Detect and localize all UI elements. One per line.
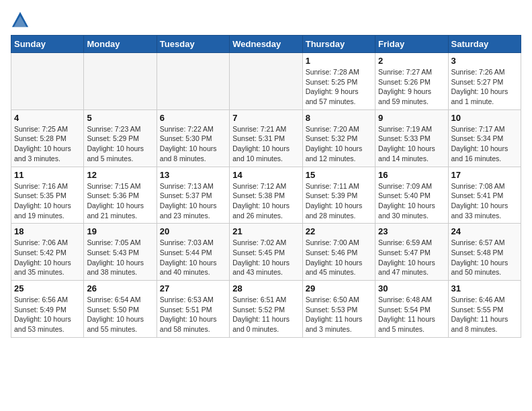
day-info: Sunrise: 7:20 AMSunset: 5:32 PMDaylight:…	[306, 124, 372, 164]
day-number: 5	[87, 113, 153, 123]
day-info: Sunrise: 7:27 AMSunset: 5:26 PMDaylight:…	[378, 67, 445, 107]
calendar-cell: 25Sunrise: 6:56 AMSunset: 5:49 PMDayligh…	[11, 281, 84, 338]
calendar-cell: 7Sunrise: 7:21 AMSunset: 5:31 PMDaylight…	[230, 109, 302, 167]
day-info: Sunrise: 7:06 AMSunset: 5:42 PMDaylight:…	[14, 238, 81, 277]
day-number: 1	[306, 56, 372, 66]
day-number: 28	[232, 283, 299, 293]
day-number: 22	[306, 226, 372, 236]
calendar-cell: 1Sunrise: 7:28 AMSunset: 5:25 PMDaylight…	[302, 53, 375, 110]
calendar-cell: 10Sunrise: 7:17 AMSunset: 5:34 PMDayligh…	[448, 109, 521, 167]
day-info: Sunrise: 7:21 AMSunset: 5:31 PMDaylight:…	[232, 124, 299, 164]
day-number: 16	[378, 170, 445, 180]
day-info: Sunrise: 7:11 AMSunset: 5:39 PMDaylight:…	[306, 181, 372, 221]
day-info: Sunrise: 7:05 AMSunset: 5:43 PMDaylight:…	[87, 238, 153, 277]
day-number: 3	[451, 56, 518, 66]
day-info: Sunrise: 6:57 AMSunset: 5:48 PMDaylight:…	[451, 238, 518, 277]
day-info: Sunrise: 7:15 AMSunset: 5:36 PMDaylight:…	[87, 181, 153, 221]
day-number: 9	[378, 113, 445, 123]
day-number: 23	[378, 226, 445, 236]
column-header-sunday: Sunday	[11, 36, 84, 53]
day-number: 25	[14, 283, 81, 293]
calendar-cell: 22Sunrise: 7:00 AMSunset: 5:46 PMDayligh…	[302, 224, 375, 281]
calendar-cell: 13Sunrise: 7:13 AMSunset: 5:37 PMDayligh…	[157, 167, 229, 224]
day-info: Sunrise: 6:59 AMSunset: 5:47 PMDaylight:…	[378, 238, 445, 277]
calendar-cell: 4Sunrise: 7:25 AMSunset: 5:28 PMDaylight…	[11, 109, 84, 167]
day-number: 13	[160, 170, 226, 180]
day-info: Sunrise: 7:08 AMSunset: 5:41 PMDaylight:…	[451, 181, 518, 221]
day-info: Sunrise: 7:00 AMSunset: 5:46 PMDaylight:…	[306, 238, 372, 277]
week-row: 25Sunrise: 6:56 AMSunset: 5:49 PMDayligh…	[11, 281, 521, 338]
day-info: Sunrise: 7:19 AMSunset: 5:33 PMDaylight:…	[378, 124, 445, 164]
day-info: Sunrise: 6:50 AMSunset: 5:53 PMDaylight:…	[306, 295, 372, 334]
day-info: Sunrise: 7:13 AMSunset: 5:37 PMDaylight:…	[160, 181, 226, 221]
day-info: Sunrise: 7:23 AMSunset: 5:29 PMDaylight:…	[87, 124, 153, 164]
day-number: 4	[14, 113, 81, 123]
day-info: Sunrise: 7:28 AMSunset: 5:25 PMDaylight:…	[306, 67, 372, 107]
calendar-cell: 21Sunrise: 7:02 AMSunset: 5:45 PMDayligh…	[230, 224, 302, 281]
day-info: Sunrise: 6:54 AMSunset: 5:50 PMDaylight:…	[87, 295, 153, 334]
calendar-cell: 27Sunrise: 6:53 AMSunset: 5:51 PMDayligh…	[157, 281, 229, 338]
calendar-cell: 23Sunrise: 6:59 AMSunset: 5:47 PMDayligh…	[375, 224, 448, 281]
calendar-cell	[230, 53, 302, 110]
day-info: Sunrise: 7:12 AMSunset: 5:38 PMDaylight:…	[232, 181, 299, 221]
calendar-cell: 31Sunrise: 6:46 AMSunset: 5:55 PMDayligh…	[448, 281, 521, 338]
day-info: Sunrise: 7:09 AMSunset: 5:40 PMDaylight:…	[378, 181, 445, 221]
column-header-friday: Friday	[375, 36, 448, 53]
calendar-cell: 18Sunrise: 7:06 AMSunset: 5:42 PMDayligh…	[11, 224, 84, 281]
day-number: 7	[232, 113, 299, 123]
calendar-cell: 12Sunrise: 7:15 AMSunset: 5:36 PMDayligh…	[84, 167, 157, 224]
day-info: Sunrise: 6:48 AMSunset: 5:54 PMDaylight:…	[378, 295, 445, 334]
day-number: 24	[451, 226, 518, 236]
day-info: Sunrise: 6:51 AMSunset: 5:52 PMDaylight:…	[232, 295, 299, 334]
calendar-cell	[157, 53, 229, 110]
calendar-cell: 24Sunrise: 6:57 AMSunset: 5:48 PMDayligh…	[448, 224, 521, 281]
day-info: Sunrise: 7:17 AMSunset: 5:34 PMDaylight:…	[451, 124, 518, 164]
calendar-cell	[11, 53, 84, 110]
day-info: Sunrise: 6:56 AMSunset: 5:49 PMDaylight:…	[14, 295, 81, 334]
calendar-cell: 9Sunrise: 7:19 AMSunset: 5:33 PMDaylight…	[375, 109, 448, 167]
calendar-cell: 20Sunrise: 7:03 AMSunset: 5:44 PMDayligh…	[157, 224, 229, 281]
day-number: 8	[306, 113, 372, 123]
week-row: 1Sunrise: 7:28 AMSunset: 5:25 PMDaylight…	[11, 53, 521, 110]
day-number: 18	[14, 226, 81, 236]
calendar-cell: 2Sunrise: 7:27 AMSunset: 5:26 PMDaylight…	[375, 53, 448, 110]
day-number: 12	[87, 170, 153, 180]
calendar-cell: 17Sunrise: 7:08 AMSunset: 5:41 PMDayligh…	[448, 167, 521, 224]
logo	[11, 11, 32, 30]
calendar-cell: 14Sunrise: 7:12 AMSunset: 5:38 PMDayligh…	[230, 167, 302, 224]
day-number: 29	[306, 283, 372, 293]
calendar-cell	[84, 53, 157, 110]
day-number: 10	[451, 113, 518, 123]
header	[11, 11, 521, 30]
week-row: 11Sunrise: 7:16 AMSunset: 5:35 PMDayligh…	[11, 167, 521, 224]
day-info: Sunrise: 7:25 AMSunset: 5:28 PMDaylight:…	[14, 124, 81, 164]
day-number: 14	[232, 170, 299, 180]
day-number: 20	[160, 226, 226, 236]
calendar-cell: 29Sunrise: 6:50 AMSunset: 5:53 PMDayligh…	[302, 281, 375, 338]
calendar-table: SundayMondayTuesdayWednesdayThursdayFrid…	[11, 35, 521, 338]
day-number: 19	[87, 226, 153, 236]
day-info: Sunrise: 6:46 AMSunset: 5:55 PMDaylight:…	[451, 295, 518, 334]
week-row: 18Sunrise: 7:06 AMSunset: 5:42 PMDayligh…	[11, 224, 521, 281]
calendar-cell: 6Sunrise: 7:22 AMSunset: 5:30 PMDaylight…	[157, 109, 229, 167]
calendar-cell: 8Sunrise: 7:20 AMSunset: 5:32 PMDaylight…	[302, 109, 375, 167]
day-number: 11	[14, 170, 81, 180]
day-number: 21	[232, 226, 299, 236]
logo-icon	[11, 11, 30, 30]
calendar-cell: 5Sunrise: 7:23 AMSunset: 5:29 PMDaylight…	[84, 109, 157, 167]
header-row: SundayMondayTuesdayWednesdayThursdayFrid…	[11, 36, 521, 53]
day-number: 2	[378, 56, 445, 66]
day-number: 31	[451, 283, 518, 293]
calendar-cell: 16Sunrise: 7:09 AMSunset: 5:40 PMDayligh…	[375, 167, 448, 224]
day-info: Sunrise: 7:03 AMSunset: 5:44 PMDaylight:…	[160, 238, 226, 277]
calendar-cell: 19Sunrise: 7:05 AMSunset: 5:43 PMDayligh…	[84, 224, 157, 281]
calendar-cell: 11Sunrise: 7:16 AMSunset: 5:35 PMDayligh…	[11, 167, 84, 224]
column-header-monday: Monday	[84, 36, 157, 53]
calendar-cell: 3Sunrise: 7:26 AMSunset: 5:27 PMDaylight…	[448, 53, 521, 110]
column-header-saturday: Saturday	[448, 36, 521, 53]
column-header-thursday: Thursday	[302, 36, 375, 53]
day-number: 27	[160, 283, 226, 293]
day-number: 26	[87, 283, 153, 293]
day-info: Sunrise: 7:22 AMSunset: 5:30 PMDaylight:…	[160, 124, 226, 164]
day-number: 15	[306, 170, 372, 180]
